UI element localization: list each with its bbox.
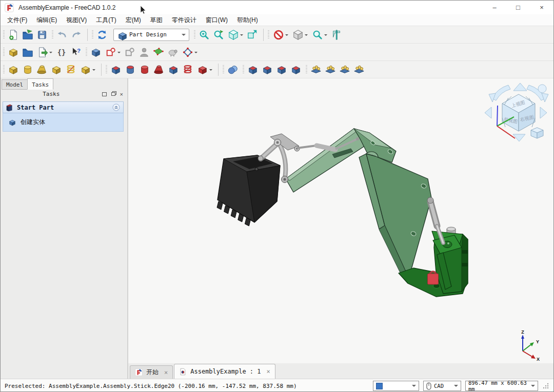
panel-float-icon[interactable]: [111, 92, 115, 96]
subtractive-pipe-button[interactable]: [166, 63, 181, 77]
menu-item-help[interactable]: 帮助(H): [232, 15, 263, 26]
export-icon: [37, 47, 48, 58]
zoom-selection-button[interactable]: [211, 28, 226, 42]
chamfer-button[interactable]: [260, 63, 274, 77]
texture-view-caret-icon[interactable]: [305, 34, 308, 37]
fillet-icon: [247, 64, 259, 75]
axonometric-view-caret-icon[interactable]: [240, 34, 243, 37]
create-body-icon: [8, 118, 16, 127]
map-sketch-button[interactable]: [166, 45, 180, 59]
create-group-button[interactable]: [21, 45, 35, 59]
create-datum-caret-icon[interactable]: [194, 52, 197, 55]
groove-icon: [139, 64, 150, 75]
menu-item-file[interactable]: 文件(F): [3, 15, 32, 26]
dimension-combo[interactable]: 896.47 mm x 600.63 mm: [465, 381, 538, 391]
open-file-button[interactable]: [21, 28, 35, 42]
pocket-button[interactable]: [109, 63, 123, 77]
tab-close-icon[interactable]: ×: [164, 369, 168, 376]
create-solid-item[interactable]: 创建实体: [3, 113, 124, 132]
minimize-button[interactable]: –: [483, 1, 506, 14]
fillet-button[interactable]: [246, 63, 260, 77]
mouse-icon: [426, 382, 431, 390]
revolution-button[interactable]: [21, 63, 35, 77]
groove-button[interactable]: [137, 63, 152, 77]
menu-item-window[interactable]: 窗口(W): [201, 15, 232, 26]
additive-pipe-button[interactable]: [49, 63, 64, 77]
rotate-left-arrow-icon: [492, 85, 510, 100]
measure-button[interactable]: [329, 28, 344, 42]
panel-close-icon[interactable]: ×: [120, 92, 123, 96]
zoom-tools-caret-icon[interactable]: [324, 34, 327, 37]
create-sketch-caret-icon[interactable]: [117, 52, 121, 55]
edit-face-button[interactable]: [151, 45, 166, 59]
sync-view-button[interactable]: [245, 28, 260, 42]
save-file-button[interactable]: [35, 28, 49, 42]
menu-item-part-design[interactable]: 零件设计: [167, 15, 201, 26]
sketch-attach-button[interactable]: [137, 45, 151, 59]
navigation-cube[interactable]: 上视图 前视图 右视图: [480, 81, 551, 149]
pad-button[interactable]: [6, 63, 21, 77]
undo-button[interactable]: [55, 28, 69, 42]
clipping-plane-button[interactable]: [271, 28, 290, 42]
create-sketch-button[interactable]: [103, 45, 123, 59]
axonometric-view-button[interactable]: [226, 28, 245, 42]
create-body-button[interactable]: [89, 45, 103, 59]
menu-item-view[interactable]: 视图(V): [62, 15, 91, 26]
pocket-icon: [110, 64, 122, 75]
additive-primitive-button[interactable]: [78, 63, 97, 77]
refresh-button[interactable]: [95, 28, 109, 42]
export-button[interactable]: [35, 45, 54, 59]
zoom-tools-button[interactable]: [310, 28, 329, 42]
thickness-button[interactable]: [289, 63, 303, 77]
whats-this-button[interactable]: ?: [69, 45, 83, 59]
create-datum-button[interactable]: [180, 45, 200, 59]
additive-loft-button[interactable]: [35, 63, 49, 77]
new-file-button[interactable]: [6, 28, 21, 42]
resize-grip[interactable]: [542, 382, 549, 389]
expression-editor-button[interactable]: {}: [54, 45, 69, 59]
multitransform-button[interactable]: [352, 63, 366, 77]
toolbar-separator: [87, 29, 88, 41]
view-option-combo[interactable]: [373, 381, 419, 391]
hole-button[interactable]: [123, 63, 137, 77]
subtractive-loft-button[interactable]: [152, 63, 166, 77]
panel-tab-tasks[interactable]: Tasks: [27, 78, 53, 90]
subtractive-primitive-caret-icon[interactable]: [209, 69, 212, 72]
redo-icon: [71, 29, 82, 40]
texture-view-button[interactable]: [290, 28, 310, 42]
redo-button[interactable]: [69, 28, 84, 42]
tab-close-icon[interactable]: ×: [267, 368, 270, 375]
menu-item-sketch[interactable]: 草图: [146, 15, 167, 26]
mirrored-button[interactable]: [309, 63, 323, 77]
chevron-down-icon: [412, 385, 416, 389]
rotate-cw-arrow-icon: [485, 107, 491, 118]
panel-tab-model[interactable]: Model: [2, 79, 28, 90]
document-tab-start[interactable]: 开始×: [130, 365, 173, 379]
menu-item-tools[interactable]: 工具(T): [91, 15, 121, 26]
subtractive-primitive-button[interactable]: [195, 63, 214, 77]
linear-pattern-button[interactable]: [323, 63, 338, 77]
export-caret-icon[interactable]: [49, 52, 52, 55]
draft-button[interactable]: [274, 63, 289, 77]
panel-dock-icon[interactable]: [102, 92, 107, 96]
validate-sketch-button[interactable]: [123, 45, 137, 59]
start-part-header[interactable]: Start Part: [3, 101, 124, 113]
clipping-plane-caret-icon[interactable]: [285, 34, 288, 37]
create-body-icon: [90, 47, 102, 58]
fit-all-button[interactable]: [197, 28, 211, 42]
maximize-button[interactable]: □: [506, 1, 530, 14]
navigation-style-combo[interactable]: CAD: [423, 381, 461, 391]
polar-pattern-button[interactable]: [338, 63, 352, 77]
create-part-button[interactable]: [6, 45, 21, 59]
subtractive-helix-button[interactable]: [181, 63, 195, 77]
boolean-operation-button[interactable]: [226, 63, 240, 77]
additive-helix-button[interactable]: [64, 63, 78, 77]
3d-viewport[interactable]: 上视图 前视图 右视图: [128, 78, 553, 363]
menu-item-edit[interactable]: 编辑(E): [32, 15, 62, 26]
chevron-down-icon: [531, 385, 535, 389]
additive-primitive-caret-icon[interactable]: [92, 69, 95, 72]
close-button[interactable]: ×: [530, 1, 553, 14]
collapse-chevron-icon[interactable]: [112, 104, 120, 111]
workbench-selector[interactable]: Part Design: [113, 29, 189, 41]
document-tab-assembly[interactable]: AssemblyExample : 1×: [174, 364, 275, 379]
